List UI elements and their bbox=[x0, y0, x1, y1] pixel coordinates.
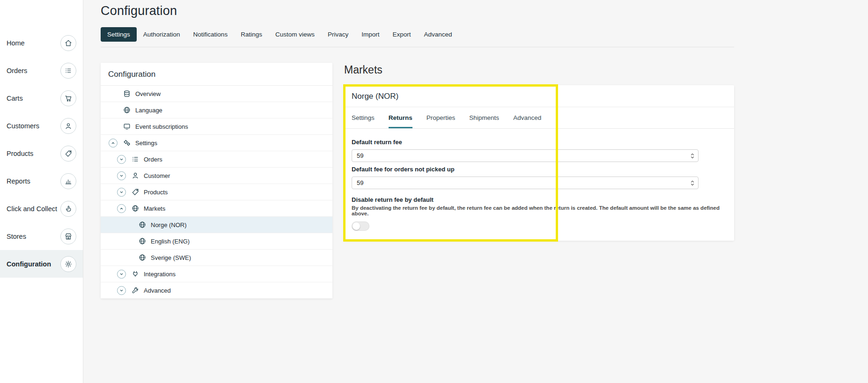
tree-item-overview[interactable]: Overview bbox=[101, 86, 332, 102]
tab-privacy[interactable]: Privacy bbox=[321, 27, 355, 42]
number-stepper-icon[interactable] bbox=[690, 179, 695, 187]
main-area: Configuration Settings Authorization Not… bbox=[83, 0, 868, 383]
tree-item-markets[interactable]: Markets bbox=[101, 200, 332, 217]
globe-icon bbox=[123, 106, 131, 114]
configuration-tree-card: Configuration Overview Language Event su… bbox=[101, 63, 332, 299]
person-icon bbox=[132, 172, 139, 179]
tree-item-integrations[interactable]: Integrations bbox=[101, 266, 332, 282]
chevron-up-icon[interactable] bbox=[109, 139, 118, 147]
tab-settings[interactable]: Settings bbox=[101, 27, 137, 42]
sidebar-item-label: Customers bbox=[7, 122, 39, 130]
tree-item-event-subscriptions[interactable]: Event subscriptions bbox=[101, 118, 332, 135]
chevron-down-icon[interactable] bbox=[117, 188, 126, 197]
products-icon bbox=[60, 146, 76, 162]
chevron-down-icon[interactable] bbox=[117, 286, 126, 295]
globe-icon bbox=[139, 221, 146, 228]
tree-item-label: Language bbox=[135, 107, 162, 114]
tree-item-label: Advanced bbox=[144, 287, 171, 294]
sidebar-item-label: Home bbox=[7, 39, 25, 47]
integrations-icon bbox=[132, 270, 139, 278]
disable-return-fee-toggle[interactable] bbox=[352, 221, 369, 231]
sidebar: Home Orders Carts Customers Products bbox=[0, 0, 83, 383]
market-tab-bar: Settings Returns Properties Shipments Ad… bbox=[344, 107, 734, 129]
tree-item-label: Markets bbox=[144, 205, 165, 212]
tree-item-label: Products bbox=[144, 189, 168, 196]
tab-authorization[interactable]: Authorization bbox=[137, 27, 187, 42]
market-tab-properties[interactable]: Properties bbox=[427, 107, 456, 128]
page-title: Configuration bbox=[101, 4, 734, 18]
tree-item-sverige-swe[interactable]: Sverige (SWE) bbox=[101, 250, 332, 266]
reports-icon bbox=[60, 173, 76, 189]
chevron-down-icon[interactable] bbox=[117, 171, 126, 180]
globe-icon bbox=[139, 237, 146, 245]
sidebar-item-products[interactable]: Products bbox=[0, 140, 83, 167]
tab-ratings[interactable]: Ratings bbox=[234, 27, 269, 42]
chevron-down-icon[interactable] bbox=[117, 155, 126, 164]
gears-icon bbox=[123, 139, 131, 147]
sidebar-item-carts[interactable]: Carts bbox=[0, 84, 83, 112]
tab-notifications[interactable]: Notifications bbox=[187, 27, 235, 42]
chevron-down-icon[interactable] bbox=[117, 270, 126, 279]
default-fee-not-picked-up-input[interactable] bbox=[357, 179, 686, 186]
customers-icon bbox=[60, 118, 76, 134]
market-tab-advanced[interactable]: Advanced bbox=[513, 107, 541, 128]
database-icon bbox=[123, 90, 131, 97]
sidebar-item-label: Click and Collect bbox=[7, 205, 57, 213]
tree-item-label: Settings bbox=[135, 140, 157, 147]
tree-item-advanced[interactable]: Advanced bbox=[101, 282, 332, 299]
tree-item-english-eng[interactable]: English (ENG) bbox=[101, 233, 332, 250]
toggle-knob bbox=[353, 222, 360, 230]
sidebar-item-label: Orders bbox=[7, 67, 27, 74]
configuration-tab-bar: Settings Authorization Notifications Rat… bbox=[101, 27, 734, 42]
default-return-fee-field bbox=[352, 149, 699, 162]
sidebar-item-stores[interactable]: Stores bbox=[0, 222, 83, 250]
home-icon bbox=[60, 35, 76, 51]
number-stepper-icon[interactable] bbox=[690, 152, 695, 160]
tab-import[interactable]: Import bbox=[355, 27, 386, 42]
chevron-up-icon[interactable] bbox=[117, 204, 126, 213]
sidebar-item-label: Carts bbox=[7, 95, 23, 102]
configuration-gear-icon bbox=[60, 256, 76, 272]
tree-item-products[interactable]: Products bbox=[101, 184, 332, 200]
tree-item-customer[interactable]: Customer bbox=[101, 168, 332, 184]
tree-item-norge-nor[interactable]: Norge (NOR) bbox=[101, 217, 332, 233]
tree-item-orders[interactable]: Orders bbox=[101, 151, 332, 168]
market-tab-returns[interactable]: Returns bbox=[389, 107, 412, 128]
header-divider bbox=[101, 47, 734, 47]
tab-custom-views[interactable]: Custom views bbox=[269, 27, 321, 42]
tree-item-label: Integrations bbox=[144, 271, 176, 278]
sidebar-item-label: Configuration bbox=[7, 260, 51, 268]
market-card-title: Norge (NOR) bbox=[344, 85, 734, 107]
sidebar-item-customers[interactable]: Customers bbox=[0, 112, 83, 140]
tree-item-label: Overview bbox=[135, 90, 161, 97]
tree-item-label: Customer bbox=[144, 172, 170, 179]
sidebar-item-orders[interactable]: Orders bbox=[0, 57, 83, 84]
tree-item-language[interactable]: Language bbox=[101, 102, 332, 118]
default-return-fee-input[interactable] bbox=[357, 152, 686, 159]
tab-export[interactable]: Export bbox=[386, 27, 417, 42]
disable-return-fee-help: By deactivating the return fee by defaul… bbox=[352, 205, 727, 216]
tree-item-label: Sverige (SWE) bbox=[151, 254, 191, 261]
markets-heading: Markets bbox=[344, 64, 734, 76]
sidebar-item-reports[interactable]: Reports bbox=[0, 167, 83, 195]
market-tab-shipments[interactable]: Shipments bbox=[469, 107, 499, 128]
sidebar-item-click-and-collect[interactable]: Click and Collect bbox=[0, 195, 83, 222]
cart-icon bbox=[60, 90, 76, 106]
sidebar-item-label: Products bbox=[7, 150, 33, 157]
advanced-tools-icon bbox=[132, 287, 139, 294]
market-tab-settings[interactable]: Settings bbox=[352, 107, 375, 128]
market-card-norge: Norge (NOR) Settings Returns Properties … bbox=[344, 85, 734, 241]
tag-icon bbox=[132, 188, 139, 196]
default-fee-not-picked-up-label: Default fee for orders not picked up bbox=[352, 166, 727, 173]
tree-item-settings[interactable]: Settings bbox=[101, 135, 332, 151]
tree-item-label: English (ENG) bbox=[151, 238, 190, 245]
sidebar-item-home[interactable]: Home bbox=[0, 29, 83, 57]
tree-card-title: Configuration bbox=[101, 63, 332, 86]
event-subscriptions-icon bbox=[123, 123, 131, 130]
tab-advanced[interactable]: Advanced bbox=[418, 27, 459, 42]
app-window: Home Orders Carts Customers Products bbox=[0, 0, 868, 383]
sidebar-item-label: Stores bbox=[7, 233, 26, 240]
returns-form: Default return fee Default fee for order… bbox=[344, 129, 734, 241]
globe-icon bbox=[139, 254, 146, 261]
sidebar-item-configuration[interactable]: Configuration bbox=[0, 250, 83, 278]
